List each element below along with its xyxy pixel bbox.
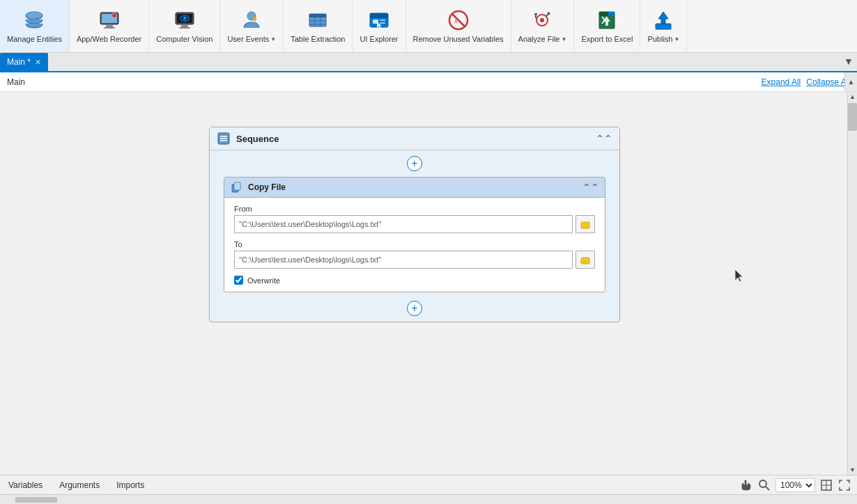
scroll-thumb[interactable] xyxy=(848,103,857,131)
arguments-tab[interactable]: Arguments xyxy=(56,479,102,491)
from-label: From xyxy=(234,205,595,213)
svg-point-1 xyxy=(26,12,43,19)
sequence-collapse-button[interactable]: ⌃⌃ xyxy=(596,133,612,144)
analyze-icon xyxy=(530,8,555,33)
svg-rect-5 xyxy=(104,27,115,29)
expand-all-button[interactable]: Expand All xyxy=(762,77,801,87)
main-tab-close[interactable]: ✕ xyxy=(35,58,41,66)
horizontal-scroll-thumb[interactable] xyxy=(15,497,57,503)
canvas-area: Sequence ⌃⌃ + Copy File xyxy=(0,92,857,475)
hand-tool-icon[interactable] xyxy=(739,478,753,492)
publish-label: Publish ▼ xyxy=(647,35,679,44)
fit-page-icon[interactable] xyxy=(819,478,833,492)
to-field-group: To xyxy=(234,240,595,269)
svg-point-13 xyxy=(185,17,186,19)
monitor-icon xyxy=(97,8,122,33)
toolbar-analyze-file[interactable]: Analyze File ▼ xyxy=(511,0,575,52)
collapse-all-button[interactable]: Collapse All xyxy=(806,77,850,87)
toolbar-table-extraction[interactable]: Table Extraction xyxy=(284,0,353,52)
copy-file-title: Copy File xyxy=(248,182,577,192)
to-label: To xyxy=(234,240,595,249)
analyze-file-dropdown-arrow: ▼ xyxy=(561,36,566,43)
copy-file-header: Copy File ⌃⌃ xyxy=(224,178,605,198)
canvas-inner: Sequence ⌃⌃ + Copy File xyxy=(0,92,847,475)
svg-marker-54 xyxy=(735,269,743,282)
svg-text:x: x xyxy=(454,16,458,24)
breadcrumb: Main xyxy=(7,77,25,87)
svg-rect-18 xyxy=(309,14,326,17)
imports-tab[interactable]: Imports xyxy=(114,479,147,491)
from-browse-button[interactable] xyxy=(576,215,595,233)
from-field-group: From xyxy=(234,205,595,233)
toolbar-computer-vision[interactable]: Computer Vision xyxy=(149,0,220,52)
svg-rect-27 xyxy=(380,22,385,24)
excel-icon: X xyxy=(594,8,619,33)
svg-rect-10 xyxy=(179,27,190,29)
add-activity-bottom-row: + xyxy=(210,295,619,322)
ui-explorer-label: UI Explorer xyxy=(360,35,398,44)
tab-dropdown-arrow[interactable]: ▼ xyxy=(840,52,857,71)
scroll-up-button[interactable]: ▲ xyxy=(844,72,857,91)
svg-rect-51 xyxy=(234,182,240,190)
from-field-row xyxy=(234,215,595,233)
remove-unused-variables-label: Remove Unused Variables xyxy=(413,35,504,44)
svg-point-12 xyxy=(183,17,186,20)
svg-marker-44 xyxy=(658,12,668,24)
add-activity-top-row: + xyxy=(210,150,619,177)
vertical-scrollbar[interactable]: ▲ ▼ xyxy=(847,92,857,475)
toolbar-export-to-excel[interactable]: X Export to Excel xyxy=(574,0,640,52)
app-web-recorder-label: App/Web Recorder xyxy=(77,35,141,44)
main-tab-label: Main * xyxy=(7,57,31,67)
expand-collapse-controls: Expand All Collapse All xyxy=(762,77,850,87)
remove-variables-icon: x xyxy=(446,8,471,33)
tabbar: Main * ✕ ▼ xyxy=(0,53,857,72)
from-input[interactable] xyxy=(234,215,573,233)
toolbar-app-web-recorder[interactable]: App/Web Recorder xyxy=(70,0,149,52)
toolbar-user-events[interactable]: User Events ▼ xyxy=(220,0,284,52)
to-browse-button[interactable] xyxy=(576,251,595,269)
cursor xyxy=(735,269,746,283)
svg-rect-43 xyxy=(656,24,671,29)
breadcrumb-bar: Main Expand All Collapse All ▲ xyxy=(0,72,857,92)
export-to-excel-label: Export to Excel xyxy=(581,35,633,44)
scroll-up-arrow[interactable]: ▲ xyxy=(848,92,857,102)
add-activity-top-button[interactable]: + xyxy=(407,156,422,171)
toolbar: Manage Entities App/Web Recorder xyxy=(0,0,857,53)
publish-icon xyxy=(651,8,676,33)
computer-vision-label: Computer Vision xyxy=(156,35,213,44)
sequence-title: Sequence xyxy=(236,134,590,144)
bottom-scrollbar[interactable] xyxy=(0,494,857,504)
ui-explorer-icon xyxy=(366,8,392,33)
statusbar-right: 100% 75% 50% 150% xyxy=(739,478,851,492)
variables-tab[interactable]: Variables xyxy=(6,479,45,491)
database-icon xyxy=(22,8,47,33)
user-events-dropdown-arrow: ▼ xyxy=(270,36,276,43)
svg-rect-41 xyxy=(608,12,615,16)
overwrite-checkbox[interactable] xyxy=(234,276,243,285)
toolbar-ui-explorer[interactable]: UI Explorer xyxy=(353,0,406,52)
svg-rect-26 xyxy=(380,19,385,21)
svg-line-56 xyxy=(766,487,769,490)
svg-point-6 xyxy=(111,13,116,18)
manage-entities-label: Manage Entities xyxy=(7,35,62,44)
copy-file-body: From xyxy=(224,198,605,292)
svg-rect-9 xyxy=(181,25,188,27)
main-tab[interactable]: Main * ✕ xyxy=(0,53,48,71)
user-events-label: User Events ▼ xyxy=(227,35,276,44)
svg-rect-24 xyxy=(370,13,388,18)
fullscreen-icon[interactable] xyxy=(837,478,851,492)
to-input[interactable] xyxy=(234,251,573,269)
add-activity-bottom-button[interactable]: + xyxy=(407,301,422,316)
search-icon[interactable] xyxy=(757,478,771,492)
toolbar-remove-unused-variables[interactable]: x Remove Unused Variables xyxy=(406,0,511,52)
copy-file-collapse-button[interactable]: ⌃⌃ xyxy=(582,182,599,193)
sequence-header: Sequence ⌃⌃ xyxy=(210,127,619,150)
toolbar-publish[interactable]: Publish ▼ xyxy=(640,0,687,52)
svg-rect-4 xyxy=(106,25,113,27)
analyze-file-label: Analyze File ▼ xyxy=(518,35,567,44)
scroll-down-arrow[interactable]: ▼ xyxy=(848,465,857,475)
sequence-icon xyxy=(217,132,231,145)
zoom-select[interactable]: 100% 75% 50% 150% xyxy=(775,478,815,492)
copy-file-activity: Copy File ⌃⌃ From xyxy=(224,177,605,292)
toolbar-manage-entities[interactable]: Manage Entities xyxy=(0,0,70,52)
